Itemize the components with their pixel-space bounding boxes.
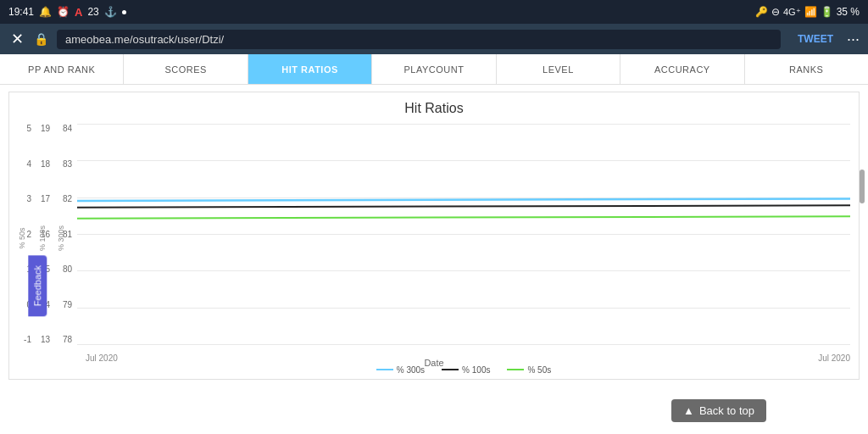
minus-circle-icon: ⊖ bbox=[771, 6, 780, 18]
grid-area: Jul 2020 Jul 2020 bbox=[77, 124, 850, 344]
svg-line-2 bbox=[77, 216, 850, 219]
legend-50s-label: % 50s bbox=[527, 365, 551, 375]
legend-100s-label: % 100s bbox=[462, 365, 490, 375]
signal-icon: 4G⁺ bbox=[783, 7, 801, 18]
url-bar[interactable]: ameobea.me/osutrack/user/Dtzi/ bbox=[57, 30, 781, 49]
back-to-top-label: Back to top bbox=[699, 404, 754, 417]
notification-icon: 🔔 bbox=[39, 6, 52, 18]
legend-50s: % 50s bbox=[507, 365, 551, 375]
svg-line-0 bbox=[77, 198, 850, 201]
chart-title: Hit Ratios bbox=[9, 92, 859, 120]
browser-bar: ✕ 🔒 ameobea.me/osutrack/user/Dtzi/ TWEET… bbox=[0, 24, 868, 54]
tab-level[interactable]: LEVEL bbox=[497, 54, 620, 84]
anchor-icon: ⚓ bbox=[104, 6, 117, 18]
y-axis-label-100s: % 100s bbox=[38, 225, 47, 251]
back-to-top-button[interactable]: ▲ Back to top bbox=[671, 399, 766, 422]
battery-percent: 35 % bbox=[837, 6, 860, 18]
legend-300s: % 300s bbox=[376, 365, 425, 375]
tab-playcount[interactable]: PLAYCOUNT bbox=[372, 54, 496, 84]
battery-num: 23 bbox=[87, 6, 98, 18]
tab-hit-ratios[interactable]: HIT RATIOS bbox=[248, 54, 372, 84]
svg-line-1 bbox=[77, 205, 850, 208]
chart-inner: 543210-1 19181716151413 84838281807978 %… bbox=[9, 124, 859, 370]
nav-tabs: PP AND RANK SCORES HIT RATIOS PLAYCOUNT … bbox=[0, 54, 868, 85]
scrollbar[interactable] bbox=[860, 170, 865, 203]
y-axis-label-300s: % 300s bbox=[57, 225, 65, 251]
letter-icon: A bbox=[75, 6, 82, 19]
time-display: 19:41 bbox=[8, 6, 34, 18]
legend-100s: % 100s bbox=[442, 365, 490, 375]
legend-300s-label: % 300s bbox=[397, 365, 425, 375]
status-left: 19:41 🔔 ⏰ A 23 ⚓ bbox=[8, 6, 126, 19]
status-bar: 19:41 🔔 ⏰ A 23 ⚓ 🔑 ⊖ 4G⁺ 📶 🔋 35 % bbox=[0, 0, 868, 24]
dot-icon bbox=[122, 10, 126, 14]
tab-ranks[interactable]: RANKS bbox=[745, 54, 868, 84]
status-right: 🔑 ⊖ 4G⁺ 📶 🔋 35 % bbox=[755, 6, 860, 18]
more-options-button[interactable]: ··· bbox=[847, 31, 860, 48]
close-button[interactable]: ✕ bbox=[8, 30, 25, 48]
alarm-icon: ⏰ bbox=[57, 6, 70, 18]
chart-svg bbox=[77, 124, 850, 344]
feedback-tab[interactable]: Feedback bbox=[28, 255, 47, 316]
key-icon: 🔑 bbox=[755, 6, 768, 18]
feedback-label: Feedback bbox=[32, 265, 42, 306]
legend-area: % 300s % 100s % 50s bbox=[77, 361, 850, 378]
y-axis-label-50s: % 50s bbox=[18, 227, 26, 248]
lock-icon: 🔒 bbox=[34, 32, 48, 46]
chevron-up-icon: ▲ bbox=[683, 404, 694, 417]
battery-icon: 🔋 bbox=[821, 6, 833, 18]
chart-container: Hit Ratios 543210-1 19181716151413 84838… bbox=[8, 92, 860, 380]
wifi-icon: 📶 bbox=[804, 6, 817, 18]
tab-scores[interactable]: SCORES bbox=[124, 54, 248, 84]
tab-pp-and-rank[interactable]: PP AND RANK bbox=[0, 54, 124, 84]
tweet-button[interactable]: TWEET bbox=[798, 33, 833, 45]
tab-accuracy[interactable]: ACCURACY bbox=[620, 54, 744, 84]
